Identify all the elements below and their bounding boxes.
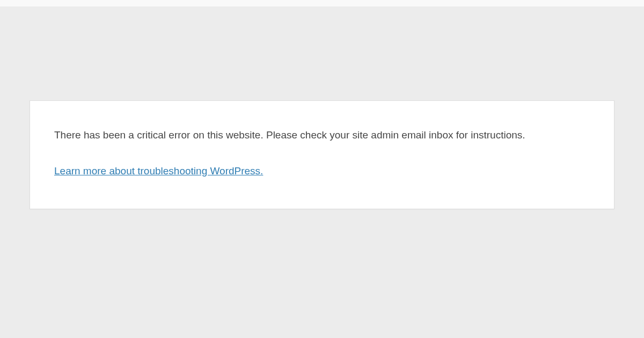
- error-message: There has been a critical error on this …: [54, 128, 590, 143]
- top-bar: [0, 0, 644, 6]
- error-box: There has been a critical error on this …: [30, 100, 614, 209]
- troubleshooting-link[interactable]: Learn more about troubleshooting WordPre…: [54, 165, 263, 177]
- page-container: There has been a critical error on this …: [0, 6, 644, 209]
